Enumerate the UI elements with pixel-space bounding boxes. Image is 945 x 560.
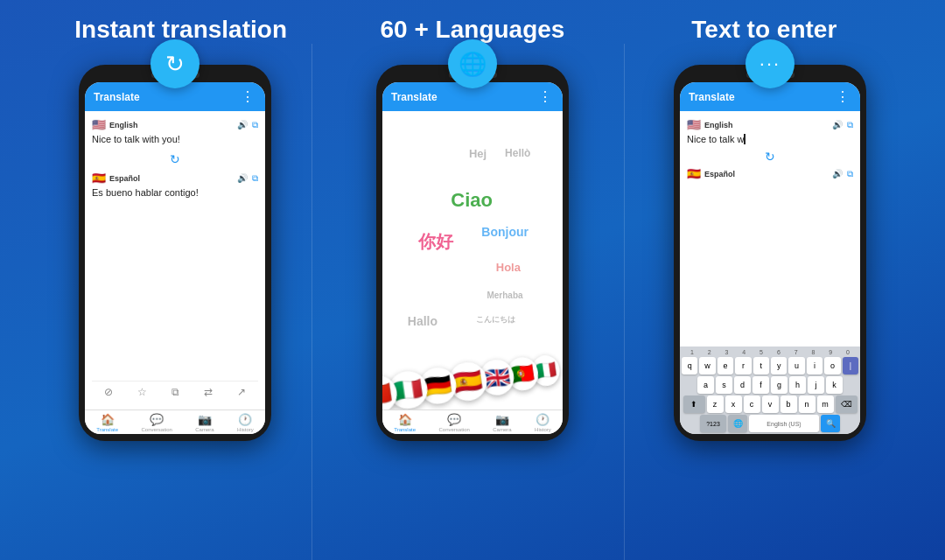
phone1-nav-translate[interactable]: 🏠 Translate <box>96 413 118 432</box>
phone1-frame: Translate ⋮ 🇺🇸 English <box>79 65 271 441</box>
key-shift[interactable]: ⬆ <box>683 396 705 413</box>
word-bonjour: Bonjour <box>481 225 528 239</box>
phone3-source-text: Nice to talk w <box>687 134 853 144</box>
phone3-menu-dots[interactable]: ⋮ <box>836 88 851 105</box>
phone1-nav-history[interactable]: 🕐 History <box>237 413 254 432</box>
phone3-source-copy[interactable]: ⧉ <box>847 120 853 130</box>
phone3-swap: ↻ <box>687 148 853 165</box>
key-e[interactable]: e <box>718 357 733 374</box>
phone1-target-copy[interactable]: ⧉ <box>252 173 258 184</box>
word-hej: Hej <box>469 147 486 160</box>
key-k[interactable]: k <box>826 376 843 394</box>
key-r[interactable]: r <box>735 357 751 374</box>
key-h[interactable]: h <box>789 376 806 394</box>
key-u[interactable]: u <box>788 357 804 374</box>
key-d[interactable]: d <box>734 376 751 394</box>
phone1-bottom-toolbar: ⊘ ☆ ⧉ ⇄ ↗ <box>92 381 258 402</box>
phone3-target-flag: 🇪🇸 <box>687 167 701 180</box>
phone1-source-copy[interactable]: ⧉ <box>252 120 258 130</box>
phone2-screen: Translate ⋮ Hej Hellò Ciao 你好 Bonjour Ho… <box>382 82 563 434</box>
phone1-target-lang-row: 🇪🇸 Español 🔊 ⧉ <box>92 172 258 185</box>
phone2-nav: 🏠 Translate 💬 Conversation 📷 Camera <box>382 410 563 434</box>
phone1-copy-icon[interactable]: ⧉ <box>172 386 179 398</box>
phone1-block-icon[interactable]: ⊘ <box>104 386 113 398</box>
phone2-nav-translate[interactable]: 🏠 Translate <box>394 413 416 432</box>
word-nihao: 你好 <box>418 230 453 254</box>
key-b[interactable]: b <box>780 396 797 413</box>
key-x[interactable]: x <box>725 396 742 413</box>
num-5: 5 <box>753 349 769 355</box>
phone2-nav-camera[interactable]: 📷 Camera <box>493 413 511 432</box>
key-z[interactable]: z <box>707 396 724 413</box>
phone2-app-title: Translate <box>391 91 438 103</box>
num-2: 2 <box>702 349 718 355</box>
header-row: Instant translation 60 + Languages Text … <box>0 0 945 44</box>
phone1-source-flag: 🇺🇸 <box>92 118 106 131</box>
phone1-target-speaker[interactable]: 🔊 <box>237 173 248 184</box>
phone3-target-copy[interactable]: ⧉ <box>847 169 853 179</box>
keyboard-number-row: 1 2 3 4 5 6 7 8 9 0 <box>682 349 858 357</box>
key-n[interactable]: n <box>799 396 816 413</box>
key-t[interactable]: t <box>753 357 769 374</box>
phone1-star-icon[interactable]: ☆ <box>137 386 147 398</box>
key-j[interactable]: j <box>808 376 824 394</box>
key-numbers[interactable]: ?123 <box>700 415 726 432</box>
phone2-languages-screen: Hej Hellò Ciao 你好 Bonjour Hola Hallo こんに… <box>382 111 563 410</box>
key-w[interactable]: w <box>699 357 715 374</box>
key-i[interactable]: i <box>807 357 822 374</box>
phone3-source-section: 🇺🇸 English 🔊 ⧉ Nice to talk w <box>687 118 853 148</box>
num-0: 0 <box>840 349 856 355</box>
num-9: 9 <box>822 349 838 355</box>
phone1-swap: ↻ <box>92 150 258 169</box>
key-a[interactable]: a <box>697 376 714 394</box>
phone1-source-speaker[interactable]: 🔊 <box>237 120 248 130</box>
num-4: 4 <box>736 349 752 355</box>
key-s[interactable]: s <box>716 376 732 394</box>
num-3: 3 <box>719 349 735 355</box>
phone1-source-lang-row: 🇺🇸 English 🔊 ⧉ <box>92 118 258 131</box>
phone3-source-lang: English <box>704 121 733 130</box>
phone3-source-speaker[interactable]: 🔊 <box>832 120 843 130</box>
word-hola: Hola <box>496 261 521 274</box>
keyboard-bottom-row: ?123 🌐 English (US) 🔍 <box>682 415 858 432</box>
phone1-body: 🇺🇸 English 🔊 ⧉ Nice to talk with you! <box>85 111 265 410</box>
flags-carousel: 🇨🇳 🇮🇹 🇩🇪 🇪🇸 🇬🇧 🇵🇹 🇮🇹 <box>382 352 562 410</box>
dots-icon-bubble: ··· <box>746 39 794 88</box>
phone2-menu-dots[interactable]: ⋮ <box>538 88 554 105</box>
phone1-target-text: Es bueno hablar contigo! <box>92 187 258 198</box>
key-globe[interactable]: 🌐 <box>728 415 747 432</box>
key-q[interactable]: q <box>682 357 697 374</box>
key-cursor[interactable]: | <box>843 357 858 374</box>
phone1-source-section: 🇺🇸 English 🔊 ⧉ Nice to talk with you! <box>92 118 258 150</box>
key-g[interactable]: g <box>771 376 788 394</box>
phone1-app-title: Translate <box>94 91 140 103</box>
key-f[interactable]: f <box>752 376 769 394</box>
phones-row: ↻ Translate ⋮ <box>0 44 945 560</box>
phone2-nav-history[interactable]: 🕐 History <box>535 413 551 432</box>
phone1-nav-conversation[interactable]: 💬 Conversation <box>141 413 172 432</box>
phone1-nav-camera[interactable]: 📷 Camera <box>195 413 214 432</box>
key-m[interactable]: m <box>817 396 834 413</box>
phone3-target-lang-row: 🇪🇸 Español 🔊 ⧉ <box>687 167 853 180</box>
globe-icon-bubble: 🌐 <box>448 39 497 88</box>
phone1-nav: 🏠 Translate 💬 Conversation 📷 Camera <box>85 410 265 434</box>
page-container: Instant translation 60 + Languages Text … <box>0 0 945 560</box>
sync-icon-bubble: ↻ <box>150 39 200 88</box>
phone1-target-flag: 🇪🇸 <box>92 172 106 185</box>
key-v[interactable]: v <box>762 396 779 413</box>
key-o[interactable]: o <box>824 357 840 374</box>
key-backspace[interactable]: ⌫ <box>836 396 858 413</box>
key-y[interactable]: y <box>771 357 787 374</box>
phone2-nav-conversation[interactable]: 💬 Conversation <box>438 413 469 432</box>
key-space[interactable]: English (US) <box>749 415 819 432</box>
word-konnichiwa: こんにちは <box>476 314 515 326</box>
key-search[interactable]: 🔍 <box>821 415 840 432</box>
key-c[interactable]: c <box>744 396 760 413</box>
keyboard-row1: q w e r t y u i o | <box>682 357 858 374</box>
phone1-share-icon[interactable]: ↗ <box>237 386 246 398</box>
phone1-swap-icon[interactable]: ⇄ <box>204 386 213 398</box>
phone2-frame: Translate ⋮ Hej Hellò Ciao 你好 Bonjour Ho… <box>376 65 569 441</box>
phone3-target-speaker[interactable]: 🔊 <box>832 169 843 179</box>
phone3-keyboard: 1 2 3 4 5 6 7 8 9 0 q <box>680 346 860 434</box>
phone1-menu-dots[interactable]: ⋮ <box>241 88 256 105</box>
